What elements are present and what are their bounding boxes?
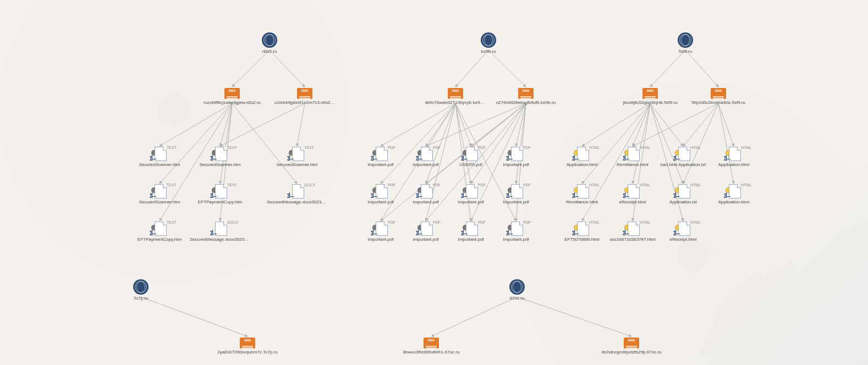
file-node[interactable]: TEXT SecuredScanner.htm bbox=[195, 147, 245, 167]
file-icon-wrap: PDF bbox=[509, 222, 523, 236]
file-node[interactable]: HTML Application.html bbox=[557, 147, 607, 167]
globe-icon bbox=[509, 279, 525, 295]
dns-label: u1bddr6jpbn91n2m7c3.n0s2.ru bbox=[274, 100, 335, 105]
svg-line-6 bbox=[141, 297, 248, 336]
file-node[interactable]: TEXT SecuredScanner.htm bbox=[135, 147, 184, 167]
file-node[interactable]: HTML Application.txt bbox=[658, 184, 708, 204]
file-icon bbox=[729, 147, 741, 161]
domain-node[interactable]: 67oc.ru bbox=[492, 279, 542, 301]
file-icon-wrap: PDF bbox=[373, 184, 388, 198]
file-type-tag: PDF bbox=[523, 146, 531, 150]
file-node[interactable]: PDF USERS.pdf bbox=[446, 147, 496, 167]
dns-node[interactable]: n274n6826eksgfk9uf6.tor9b.ru bbox=[501, 88, 551, 105]
file-node[interactable]: PDF Important.pdf bbox=[356, 147, 405, 167]
file-node[interactable]: PDF Important.pdf bbox=[401, 184, 451, 204]
file-type-tag: PDF bbox=[388, 183, 395, 187]
dns-node[interactable]: jbcu9j8c52gtzr6bjnlk.5sf9.ru bbox=[625, 88, 675, 105]
file-type-tag: HTML bbox=[741, 146, 751, 150]
svg-line-42 bbox=[683, 103, 718, 146]
file-type-tag: TEXT bbox=[304, 146, 314, 150]
file-node[interactable]: HTML eReceipt.html bbox=[608, 184, 657, 204]
dns-node[interactable]: ilk9c78walx02Tz30yxy6.tor9b.ru bbox=[431, 88, 480, 105]
svg-line-9 bbox=[160, 103, 232, 146]
dns-node[interactable]: ruzxbtff0q1xlae6jgew.n0s2.ru bbox=[207, 88, 257, 105]
file-label: Important.pdf bbox=[413, 162, 438, 167]
file-label: Important.pdf bbox=[503, 162, 529, 167]
file-node[interactable]: PDF Important.pdf bbox=[446, 222, 496, 242]
file-type-tag: PDF bbox=[478, 220, 486, 224]
file-node[interactable]: DOCX SecuredMessage.docx20230926-6-0… bbox=[272, 184, 322, 204]
file-type-tag: PDF bbox=[478, 146, 486, 150]
svg-line-19 bbox=[426, 103, 455, 146]
file-node[interactable]: TEXT SecuredScanner.htm bbox=[135, 184, 184, 204]
file-node[interactable]: HTML Remittance.html bbox=[608, 147, 657, 167]
dns-node[interactable]: u1bddr6jpbn91n2m7c3.n0s2.ru bbox=[280, 88, 329, 105]
file-icon-wrap: PDF bbox=[419, 184, 433, 198]
file-type-tag: HTML bbox=[640, 146, 650, 150]
file-node[interactable]: TEXT EFTPaymentCopy.htm bbox=[195, 184, 245, 204]
file-node[interactable]: TEXT SecuredScanner.htm bbox=[272, 147, 322, 167]
dns-node[interactable]: 8bwvo3fhn86fu6hlh1.67oc.ru bbox=[406, 338, 456, 355]
dns-node[interactable]: 56p160c2invirbk8dz.5sf9.ru bbox=[694, 88, 743, 105]
svg-line-3 bbox=[488, 50, 526, 87]
file-node[interactable]: HTML EFT5076886.html bbox=[557, 222, 607, 242]
file-icon bbox=[421, 147, 433, 161]
file-icon bbox=[628, 184, 640, 198]
file-node[interactable]: HTML Remittance.html bbox=[557, 184, 607, 204]
domain-node[interactable]: tor9b.ru bbox=[464, 32, 513, 54]
svg-line-4 bbox=[650, 50, 685, 87]
svg-line-20 bbox=[426, 103, 526, 146]
file-label: Remittance.html bbox=[617, 162, 649, 167]
file-icon bbox=[577, 222, 589, 236]
file-type-tag: HTML bbox=[690, 183, 701, 187]
domain-node[interactable]: 5sf9.ru bbox=[661, 32, 710, 54]
file-node[interactable]: PDF Important.pdf bbox=[356, 222, 405, 242]
domain-label: n0s2.ru bbox=[262, 49, 277, 54]
svg-line-12 bbox=[297, 103, 305, 146]
file-icon bbox=[215, 184, 227, 198]
file-label: Important.pdf bbox=[413, 237, 438, 242]
file-node[interactable]: HTML bad.html Application.txt bbox=[658, 147, 708, 167]
svg-line-22 bbox=[471, 103, 526, 146]
file-icon-wrap: TEXT bbox=[213, 184, 227, 198]
file-node[interactable]: HTML Application.html bbox=[709, 184, 759, 204]
dns-node[interactable]: de2ulncgndlrpdstfs29p.67oc.ru bbox=[607, 338, 656, 355]
file-icon bbox=[421, 222, 433, 236]
dns-label: ruzxbtff0q1xlae6jgew.n0s2.ru bbox=[204, 100, 260, 105]
file-node[interactable]: PDF Important.pdf bbox=[401, 147, 451, 167]
file-icon bbox=[511, 147, 523, 161]
file-node[interactable]: PDF Important.pdf bbox=[356, 184, 405, 204]
file-type-tag: PDF bbox=[478, 183, 486, 187]
file-node[interactable]: PDF Important.pdf bbox=[446, 184, 496, 204]
file-icon bbox=[155, 222, 167, 236]
file-node[interactable]: HTML eReceipt.html bbox=[658, 222, 708, 242]
file-icon-wrap: TEXT bbox=[213, 147, 227, 161]
file-node[interactable]: PDF Important.pdf bbox=[401, 222, 451, 242]
file-icon bbox=[511, 222, 523, 236]
file-icon-wrap: HTML bbox=[575, 184, 589, 198]
svg-line-13 bbox=[160, 103, 232, 184]
domain-node[interactable]: To7p.ru bbox=[116, 279, 166, 301]
domain-label: To7p.ru bbox=[134, 296, 149, 301]
file-node[interactable]: PDF Important.pdf bbox=[491, 147, 541, 167]
file-node[interactable]: PDF Important.pdf bbox=[491, 222, 541, 242]
domain-node[interactable]: n0s2.ru bbox=[245, 32, 294, 54]
file-icon bbox=[577, 184, 589, 198]
file-icon-wrap: HTML bbox=[727, 147, 741, 161]
file-node[interactable]: DOCX SecuredMessage.docx20230926-6-5… bbox=[195, 222, 245, 242]
dns-node[interactable]: 2ya81b7290svqubm7z.To7p.ru bbox=[223, 338, 272, 355]
file-icon-wrap: PDF bbox=[419, 147, 433, 161]
dns-icon bbox=[642, 88, 658, 99]
file-type-tag: HTML bbox=[690, 220, 701, 224]
file-type-tag: TEXT bbox=[167, 183, 177, 187]
svg-line-46 bbox=[650, 103, 683, 184]
file-type-tag: PDF bbox=[523, 183, 531, 187]
file-node[interactable]: HTML doc166710363747.html bbox=[608, 222, 657, 242]
file-icon bbox=[678, 147, 690, 161]
file-node[interactable]: HTML Application.html bbox=[709, 147, 759, 167]
dns-icon bbox=[240, 338, 255, 349]
file-node[interactable]: PDF Important.pdf bbox=[491, 184, 541, 204]
file-icon-wrap: HTML bbox=[625, 222, 640, 236]
file-type-tag: TEXT bbox=[167, 220, 177, 224]
file-node[interactable]: TEXT EFTPaymentCopy.htm bbox=[135, 222, 184, 242]
